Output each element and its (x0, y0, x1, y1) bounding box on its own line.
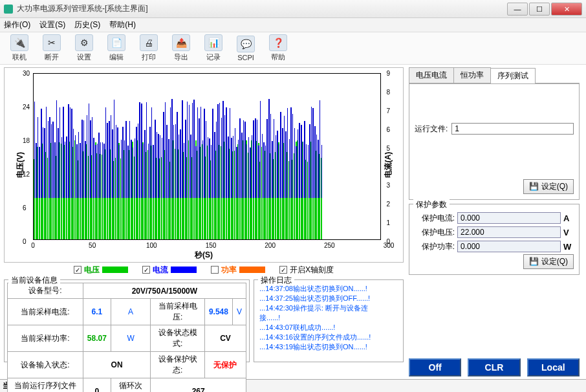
tool-help[interactable]: ❓帮助 (264, 34, 292, 62)
action-buttons: Off CLR Local (409, 358, 580, 376)
protect-v-label: 保护电压: (415, 227, 455, 238)
save-icon: 💾 (529, 182, 539, 191)
run-set-button[interactable]: 💾 设定(Q) (523, 179, 574, 194)
samp-p-value: 58.07 (83, 325, 111, 352)
x-axis-label: 秒(S) (195, 250, 213, 261)
checkbox-xaxis[interactable]: ✓ (279, 266, 287, 274)
connect-icon: 🔌 (10, 34, 28, 51)
tool-print-label: 打印 (142, 53, 156, 61)
tool-print[interactable]: 🖨打印 (135, 34, 163, 62)
protect-p-label: 保护功率: (415, 241, 455, 252)
mode-value: CV (204, 325, 246, 352)
swatch-green (102, 267, 128, 273)
tab-cp[interactable]: 恒功率 (453, 67, 491, 83)
protect-v-unit: V (563, 228, 574, 237)
menu-hist[interactable]: 历史(S) (74, 19, 100, 30)
samp-i-unit: A (111, 299, 151, 325)
tool-settings[interactable]: ⚙设置 (70, 34, 98, 62)
prot-value: 无保护 (204, 352, 246, 378)
chart-plot-area (33, 73, 381, 240)
device-info-table: 设备型号: 20V/750A/15000W 当前采样电流: 6.1 A 当前采样… (7, 283, 246, 392)
legend-voltage-label: 电压 (84, 265, 100, 276)
local-button[interactable]: Local (527, 358, 580, 376)
tab-vi[interactable]: 电压电流 (409, 67, 454, 83)
tab-strip: 电压电流 恒功率 序列测试 (409, 67, 580, 83)
tool-edit-label: 编辑 (109, 53, 124, 61)
close-button[interactable]: ✕ (551, 3, 582, 16)
protect-p-unit: W (563, 242, 574, 252)
tool-export[interactable]: 📤导出 (167, 34, 195, 62)
tool-export-label: 导出 (174, 53, 188, 61)
tool-connect[interactable]: 🔌联机 (5, 34, 34, 62)
samp-v-value: 9.548 (204, 299, 232, 325)
menu-set[interactable]: 设置(S) (39, 19, 65, 30)
tool-settings-label: 设置 (77, 53, 91, 61)
window-titlebar: 大功率电源系列管理系统-[系统主界面] — ☐ ✕ (0, 0, 586, 18)
menu-help[interactable]: 帮助(H) (109, 19, 136, 30)
disconnect-icon: ✂ (43, 34, 61, 51)
mode-label: 设备状态模式: (151, 325, 205, 352)
checkbox-current[interactable]: ✓ (142, 266, 150, 274)
loop-label: 循环次数: (111, 378, 151, 393)
samp-i-value: 6.1 (83, 299, 111, 325)
help-icon: ❓ (269, 34, 287, 51)
protect-panel: 保护参数 保护电流: A 保护电压: V 保护功率: W 💾 设定(Q) (409, 204, 580, 275)
app-icon (4, 5, 13, 14)
save-icon: 💾 (529, 257, 539, 266)
run-set-label: 设定(Q) (541, 182, 568, 191)
tab-seq[interactable]: 序列测试 (490, 68, 536, 83)
protect-i-label: 保护电流: (415, 213, 455, 224)
out-value: ON (83, 352, 151, 378)
tool-scpi[interactable]: 💬SCPI (232, 36, 260, 61)
minimize-button[interactable]: — (507, 3, 528, 16)
export-icon: 📤 (172, 34, 190, 51)
device-info-panel: 当前设备信息 设备型号: 20V/750A/15000W 当前采样电流: 6.1… (4, 279, 250, 362)
off-button[interactable]: Off (409, 358, 461, 376)
print-icon: 🖨 (140, 34, 158, 51)
run-panel: 运行文件: 💾 设定(Q) (409, 83, 580, 200)
tool-disconnect[interactable]: ✂断开 (38, 34, 66, 62)
swatch-blue (171, 267, 197, 273)
samp-v-label: 当前采样电压: (151, 299, 205, 325)
legend-xaxis-label: 开启X轴刻度 (290, 265, 334, 276)
protect-i-input[interactable] (457, 212, 561, 224)
chart: 电压(V) 电流(A) 秒(S) 06121824300123456789050… (4, 67, 404, 263)
protect-set-label: 设定(Q) (541, 257, 568, 266)
protect-v-input[interactable] (457, 226, 561, 238)
samp-p-unit: W (111, 325, 151, 352)
toolbar: 🔌联机 ✂断开 ⚙设置 📄编辑 🖨打印 📤导出 📊记录 💬SCPI ❓帮助 (0, 32, 586, 65)
record-icon: 📊 (204, 34, 222, 51)
tool-record-label: 记录 (206, 53, 221, 61)
tool-record[interactable]: 📊记录 (199, 34, 228, 62)
tool-edit[interactable]: 📄编辑 (102, 34, 131, 62)
model-value: 20V/750A/15000W (83, 283, 246, 299)
menu-op[interactable]: 操作(O) (4, 19, 30, 30)
edit-icon: 📄 (107, 34, 125, 51)
device-info-title: 当前设备信息 (8, 275, 60, 286)
log-content[interactable]: ...14:37:08输出状态切换到ON......!...14:37:25输出… (257, 283, 400, 360)
gear-icon: ⚙ (75, 34, 93, 51)
legend-current-label: 电流 (153, 265, 168, 276)
legend-row: ✓电压 ✓电流 功率 ✓开启X轴刻度 (4, 263, 404, 277)
checkbox-power[interactable] (211, 266, 219, 274)
window-title: 大功率电源系列管理系统-[系统主界面] (17, 3, 507, 14)
protect-title: 保护参数 (413, 199, 450, 210)
samp-i-label: 当前采样电流: (8, 299, 83, 325)
menubar: 操作(O) 设置(S) 历史(S) 帮助(H) (0, 18, 586, 32)
maximize-button[interactable]: ☐ (529, 3, 550, 16)
protect-p-input[interactable] (457, 241, 561, 252)
checkbox-voltage[interactable]: ✓ (74, 266, 81, 274)
seq-step-value: 0 (83, 378, 111, 393)
prot-label: 设备保护状态: (151, 352, 205, 378)
loop-value: 267 (151, 378, 246, 393)
chat-icon: 💬 (237, 36, 255, 52)
swatch-orange (239, 267, 265, 273)
tool-disconnect-label: 断开 (45, 53, 59, 61)
tool-connect-label: 联机 (12, 53, 27, 61)
out-label: 设备输入状态: (8, 352, 83, 378)
clr-button[interactable]: CLR (468, 358, 520, 376)
protect-set-button[interactable]: 💾 设定(Q) (523, 254, 574, 269)
run-file-input[interactable] (451, 123, 574, 135)
tool-scpi-label: SCPI (237, 54, 254, 61)
seq-step-label: 当前运行序列文件步: (8, 378, 83, 393)
